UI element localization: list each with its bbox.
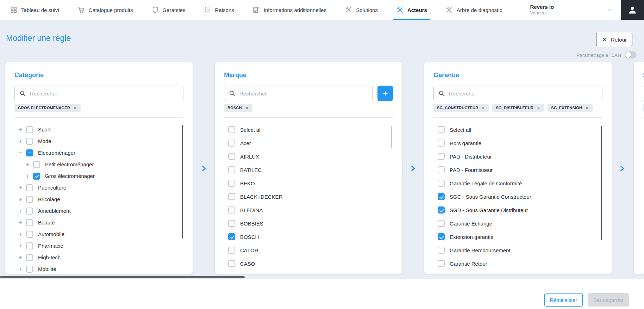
list-item-electromenager[interactable]: −Electroménager	[14, 147, 183, 159]
expand-icon[interactable]: +	[25, 173, 30, 179]
list-item-bledina[interactable]: BLEDINA	[224, 203, 393, 217]
list-item-select-all[interactable]: Select all	[224, 123, 393, 136]
nav-item-tableau-de-suivi[interactable]: Tableau de suivi	[1, 0, 68, 20]
checkbox-indeterminate[interactable]	[26, 149, 33, 156]
checkbox-unchecked[interactable]	[438, 180, 445, 187]
list-item-hors-garantie[interactable]: Hors garantie	[433, 136, 602, 150]
nav-item-raisons[interactable]: Raisons	[195, 0, 243, 20]
search-field[interactable]	[239, 91, 368, 97]
vertical-scrollbar[interactable]	[601, 126, 602, 240]
list-item-garantie-legale-de-conformite[interactable]: Garantie Légale de Conformité	[433, 177, 602, 190]
checkbox-unchecked[interactable]	[438, 153, 445, 160]
expand-icon[interactable]: +	[18, 266, 23, 272]
list-item-caso[interactable]: CASO	[224, 257, 393, 270]
expand-icon[interactable]: +	[18, 231, 23, 237]
checkbox-unchecked[interactable]	[26, 254, 33, 261]
list-item-bosch[interactable]: BOSCH	[224, 230, 393, 243]
checkbox-unchecked[interactable]	[228, 206, 235, 214]
checkbox-unchecked[interactable]	[228, 166, 235, 173]
chip-remove-icon[interactable]	[585, 106, 589, 110]
list-item-petit-electromenager[interactable]: +Petit électroménager	[14, 159, 183, 170]
nav-item-solutions[interactable]: Solutions	[336, 0, 387, 20]
checkbox-unchecked[interactable]	[228, 260, 235, 267]
checkbox-unchecked[interactable]	[438, 260, 445, 267]
account-menu[interactable]: Revers io Vendeur	[530, 0, 644, 20]
list-item-high-tech[interactable]: +High-tech	[14, 252, 183, 263]
back-button[interactable]: Retour	[596, 33, 632, 46]
checkbox-unchecked[interactable]	[228, 220, 235, 227]
reset-button[interactable]: Réinitialiser	[544, 293, 583, 307]
save-button[interactable]: Sauvegarder	[588, 293, 629, 307]
chevron-down-icon[interactable]	[607, 7, 613, 13]
checkbox-unchecked[interactable]	[26, 219, 33, 226]
checkbox-unchecked[interactable]	[33, 161, 40, 168]
checkbox-unchecked[interactable]	[26, 138, 33, 145]
list-item-pad-distributeur[interactable]: PAD - Distributeur	[433, 150, 602, 163]
checkbox-unchecked[interactable]	[26, 196, 33, 203]
search-field[interactable]	[30, 91, 179, 97]
checkbox-unchecked[interactable]	[26, 266, 33, 273]
vertical-scrollbar[interactable]	[182, 125, 183, 239]
nav-item-garanties[interactable]: Garanties	[142, 0, 195, 20]
list-item-airlux[interactable]: AIRLUX	[224, 150, 393, 163]
list-item-calor[interactable]: CALOR	[224, 243, 393, 257]
list-item-pharmacie[interactable]: +Pharmacie	[14, 240, 183, 252]
list-item-sgd-sous-garantie-distributeur[interactable]: SGD - Sous Garantie Distributeur	[433, 203, 602, 217]
nav-item-acteurs[interactable]: Acteurs	[387, 0, 436, 20]
expand-icon[interactable]: +	[18, 254, 23, 260]
checkbox-unchecked[interactable]	[438, 247, 445, 254]
checkbox-checked[interactable]	[228, 233, 235, 240]
list-item-extension-garantie[interactable]: Extension garantie	[433, 230, 602, 243]
list-item-garantie-remboursement[interactable]: Garantie Remboursement	[433, 243, 602, 257]
search-field[interactable]	[449, 91, 598, 97]
list-item-ameublement[interactable]: +Ameublement	[14, 205, 183, 217]
expand-icon[interactable]: +	[18, 208, 23, 214]
expand-icon[interactable]: +	[18, 243, 23, 249]
list-item-black-decker[interactable]: BLACK+DECKER	[224, 190, 393, 203]
checkbox-unchecked[interactable]	[228, 247, 235, 254]
list-item-garantie-retour[interactable]: Garantie Retour	[433, 257, 602, 270]
checkbox-unchecked[interactable]	[228, 153, 235, 160]
list-item-mode[interactable]: +Mode	[14, 135, 183, 147]
search-input[interactable]	[14, 86, 183, 101]
checkbox-unchecked[interactable]	[228, 140, 235, 147]
list-item-select-all[interactable]: Select all	[433, 123, 602, 136]
expand-icon[interactable]: +	[18, 196, 23, 202]
list-item-garantie-echange[interactable]: Garantie Echange	[433, 217, 602, 230]
chip-remove-icon[interactable]	[537, 106, 540, 110]
expand-icon[interactable]: +	[18, 138, 23, 144]
search-input[interactable]	[224, 86, 373, 101]
checkbox-unchecked[interactable]	[228, 193, 235, 200]
expand-icon[interactable]: +	[25, 161, 30, 167]
expand-icon[interactable]: +	[18, 220, 23, 225]
checkbox-checked[interactable]	[438, 233, 445, 240]
list-item-gros-electromenager[interactable]: +Gros électroménager	[14, 170, 183, 182]
expand-icon[interactable]: +	[18, 185, 23, 191]
list-item-bricolage[interactable]: +Bricolage	[14, 193, 183, 205]
checkbox-checked[interactable]	[33, 173, 40, 180]
list-item-bobbies[interactable]: BOBBIES	[224, 217, 393, 230]
collapse-icon[interactable]: −	[18, 150, 23, 156]
checkbox-unchecked[interactable]	[438, 126, 445, 133]
nav-item-catalogue-produits[interactable]: Catalogue produits	[68, 0, 142, 20]
ean-toggle[interactable]	[625, 51, 637, 58]
checkbox-unchecked[interactable]	[26, 231, 33, 238]
horizontal-scrollbar[interactable]	[0, 276, 245, 278]
checkbox-unchecked[interactable]	[438, 140, 445, 147]
nav-item-arbre-de-diagnostic[interactable]: Arbre de diagnostic	[436, 0, 511, 20]
list-item-automobile[interactable]: +Automobile	[14, 228, 183, 240]
checkbox-checked[interactable]	[438, 193, 445, 200]
checkbox-unchecked[interactable]	[438, 220, 445, 227]
expand-icon[interactable]: +	[18, 126, 23, 132]
checkbox-unchecked[interactable]	[26, 126, 33, 133]
checkbox-unchecked[interactable]	[438, 166, 445, 173]
checkbox-unchecked[interactable]	[26, 242, 33, 249]
list-item-beko[interactable]: BEKO	[224, 177, 393, 190]
checkbox-unchecked[interactable]	[228, 126, 235, 133]
list-item-beaute[interactable]: +Beauté	[14, 217, 183, 228]
vertical-scrollbar[interactable]	[392, 126, 392, 148]
checkbox-unchecked[interactable]	[26, 208, 33, 215]
avatar[interactable]	[621, 0, 644, 20]
chip-remove-icon[interactable]	[481, 106, 485, 110]
chip-remove-icon[interactable]	[245, 106, 249, 110]
